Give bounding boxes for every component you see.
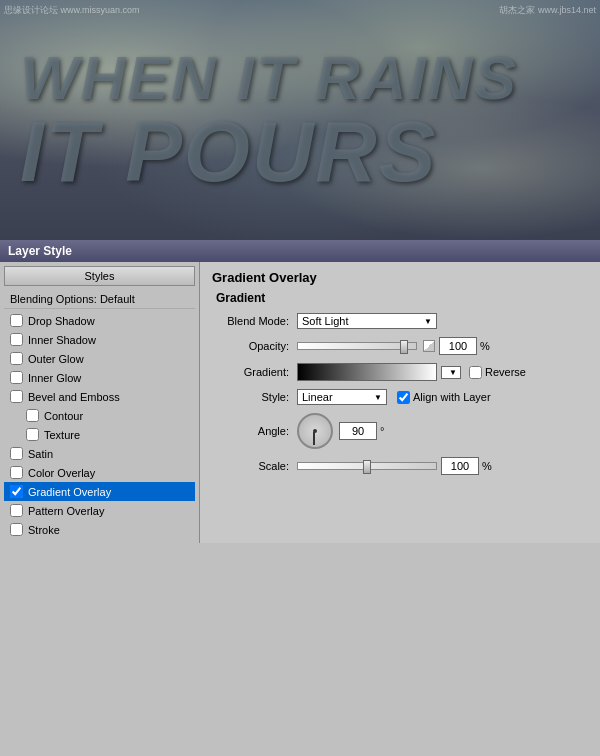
gradient-label: Gradient:	[212, 366, 297, 378]
bevel-emboss-checkbox[interactable]	[10, 390, 23, 403]
satin-checkbox[interactable]	[10, 447, 23, 460]
reverse-label: Reverse	[485, 366, 526, 378]
scale-value-box[interactable]: 100	[441, 457, 479, 475]
style-item-color-overlay[interactable]: Color Overlay	[4, 463, 195, 482]
angle-dial-line	[313, 432, 315, 445]
angle-row: Angle: 90 °	[212, 413, 588, 449]
gradient-overlay-checkbox[interactable]	[10, 485, 23, 498]
scale-value: 100	[451, 460, 469, 472]
style-value: Linear	[302, 391, 333, 403]
opacity-value: 100	[449, 340, 467, 352]
angle-value-box[interactable]: 90	[339, 422, 377, 440]
blend-mode-arrow-icon: ▼	[424, 317, 432, 326]
blend-mode-row: Blend Mode: Soft Light ▼	[212, 313, 588, 329]
dialog-title: Layer Style	[8, 244, 72, 258]
opacity-slider-thumb[interactable]	[400, 340, 408, 354]
style-arrow-icon: ▼	[374, 393, 382, 402]
opacity-icon	[423, 340, 435, 352]
texture-checkbox[interactable]	[26, 428, 39, 441]
contour-label: Contour	[44, 410, 83, 422]
color-overlay-label: Color Overlay	[28, 467, 95, 479]
angle-unit: °	[380, 425, 384, 437]
reverse-checkbox[interactable]	[469, 366, 482, 379]
section-title: Gradient Overlay	[212, 270, 588, 285]
gradient-row: Gradient: ▼ Reverse	[212, 363, 588, 381]
satin-label: Satin	[28, 448, 53, 460]
gradient-arrow-icon: ▼	[449, 368, 457, 377]
color-overlay-checkbox[interactable]	[10, 466, 23, 479]
angle-value: 90	[352, 425, 364, 437]
opacity-label: Opacity:	[212, 340, 297, 352]
layer-style-dialog: Layer Style Styles Blending Options: Def…	[0, 240, 600, 543]
inner-shadow-checkbox[interactable]	[10, 333, 23, 346]
scale-slider-thumb[interactable]	[363, 460, 371, 474]
inner-glow-checkbox[interactable]	[10, 371, 23, 384]
style-item-outer-glow[interactable]: Outer Glow	[4, 349, 195, 368]
preview-text-line2: IT POURS	[20, 109, 600, 194]
contour-checkbox[interactable]	[26, 409, 39, 422]
style-item-contour[interactable]: Contour	[4, 406, 195, 425]
style-item-texture[interactable]: Texture	[4, 425, 195, 444]
outer-glow-checkbox[interactable]	[10, 352, 23, 365]
scale-label: Scale:	[212, 460, 297, 472]
style-item-inner-shadow[interactable]: Inner Shadow	[4, 330, 195, 349]
texture-label: Texture	[44, 429, 80, 441]
style-item-inner-glow[interactable]: Inner Glow	[4, 368, 195, 387]
scale-slider-track[interactable]	[297, 462, 437, 470]
opacity-slider-track[interactable]	[297, 342, 417, 350]
scale-unit: %	[482, 460, 492, 472]
opacity-row: Opacity: 100 %	[212, 337, 588, 355]
scale-row: Scale: 100 %	[212, 457, 588, 475]
style-label: Style:	[212, 391, 297, 403]
stroke-checkbox[interactable]	[10, 523, 23, 536]
blend-mode-dropdown[interactable]: Soft Light ▼	[297, 313, 437, 329]
style-dropdown[interactable]: Linear ▼	[297, 389, 387, 405]
preview-text-container: WHEN IT RAINS IT POURS	[0, 0, 600, 240]
align-layer-container: Align with Layer	[397, 391, 491, 404]
style-item-pattern-overlay[interactable]: Pattern Overlay	[4, 501, 195, 520]
align-layer-label: Align with Layer	[413, 391, 491, 403]
pattern-overlay-checkbox[interactable]	[10, 504, 23, 517]
opacity-value-box[interactable]: 100	[439, 337, 477, 355]
bevel-emboss-label: Bevel and Emboss	[28, 391, 120, 403]
blending-options-item[interactable]: Blending Options: Default	[4, 290, 195, 309]
style-item-bevel-emboss[interactable]: Bevel and Emboss	[4, 387, 195, 406]
dialog-title-bar: Layer Style	[0, 240, 600, 262]
style-item-gradient-overlay[interactable]: Gradient Overlay	[4, 482, 195, 501]
stroke-label: Stroke	[28, 524, 60, 536]
angle-dial[interactable]	[297, 413, 333, 449]
pattern-overlay-label: Pattern Overlay	[28, 505, 104, 517]
style-row: Style: Linear ▼ Align with Layer	[212, 389, 588, 405]
right-panel: Gradient Overlay Gradient Blend Mode: So…	[200, 262, 600, 543]
inner-shadow-label: Inner Shadow	[28, 334, 96, 346]
blend-mode-label: Blend Mode:	[212, 315, 297, 327]
gradient-overlay-label: Gradient Overlay	[28, 486, 111, 498]
left-panel: Styles Blending Options: Default Drop Sh…	[0, 262, 200, 543]
drop-shadow-checkbox[interactable]	[10, 314, 23, 327]
angle-label: Angle:	[212, 425, 297, 437]
gradient-preview[interactable]	[297, 363, 437, 381]
opacity-slider-container	[297, 340, 435, 352]
preview-area: 思缘设计论坛 www.missyuan.com 胡杰之家 www.jbs14.n…	[0, 0, 600, 240]
dialog-content: Styles Blending Options: Default Drop Sh…	[0, 262, 600, 543]
reverse-check-container: Reverse	[469, 366, 526, 379]
style-item-stroke[interactable]: Stroke	[4, 520, 195, 539]
align-layer-checkbox[interactable]	[397, 391, 410, 404]
subsection-title: Gradient	[212, 291, 588, 305]
outer-glow-label: Outer Glow	[28, 353, 84, 365]
inner-glow-label: Inner Glow	[28, 372, 81, 384]
drop-shadow-label: Drop Shadow	[28, 315, 95, 327]
style-item-satin[interactable]: Satin	[4, 444, 195, 463]
preview-text-line1: WHEN IT RAINS	[20, 47, 600, 109]
scale-slider-container	[297, 462, 441, 470]
gradient-dropdown-arrow[interactable]: ▼	[441, 366, 461, 379]
style-item-drop-shadow[interactable]: Drop Shadow	[4, 311, 195, 330]
blend-mode-value: Soft Light	[302, 315, 348, 327]
opacity-unit: %	[480, 340, 490, 352]
styles-header: Styles	[4, 266, 195, 286]
